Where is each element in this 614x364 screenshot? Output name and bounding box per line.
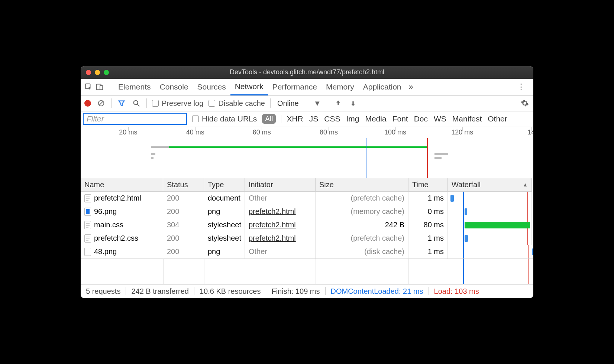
maximize-window-button[interactable] xyxy=(104,70,109,75)
record-button[interactable] xyxy=(84,100,91,107)
tab-application[interactable]: Application xyxy=(359,79,406,95)
col-name[interactable]: Name xyxy=(81,178,163,192)
filter-input[interactable]: Filter xyxy=(83,113,187,125)
filter-type-manifest[interactable]: Manifest xyxy=(452,114,482,123)
request-name[interactable]: 48.png xyxy=(81,245,163,259)
request-name[interactable]: prefetch2.css xyxy=(81,232,163,245)
preserve-log-checkbox[interactable]: Preserve log xyxy=(152,99,203,108)
image-icon xyxy=(84,208,91,216)
col-status[interactable]: Status xyxy=(163,178,204,192)
status-finish: Finish: 109 ms xyxy=(271,287,320,296)
filter-type-font[interactable]: Font xyxy=(392,114,408,123)
import-har-icon[interactable] xyxy=(333,98,343,108)
request-size: (memory cache) xyxy=(316,205,408,218)
status-requests: 5 requests xyxy=(86,287,120,296)
checkbox-icon xyxy=(152,100,159,107)
chevron-down-icon: ▼ xyxy=(314,99,321,108)
request-time: 0 ms xyxy=(408,205,448,218)
request-waterfall[interactable] xyxy=(448,245,532,259)
export-har-icon[interactable] xyxy=(348,98,358,108)
document-icon xyxy=(84,234,91,243)
request-status: 200 xyxy=(163,232,204,245)
image-icon xyxy=(84,248,91,256)
status-resources: 10.6 KB resources xyxy=(200,287,261,296)
col-time[interactable]: Time xyxy=(408,178,448,192)
overview-timeline[interactable]: 20 ms40 ms60 ms80 ms100 ms120 ms14 xyxy=(81,127,533,178)
separator xyxy=(109,82,109,92)
more-options-icon[interactable]: ⋮ xyxy=(512,82,530,92)
request-size: (prefetch cache) xyxy=(316,192,408,205)
col-waterfall-label: Waterfall xyxy=(452,181,481,189)
filter-type-all[interactable]: All xyxy=(262,114,276,124)
request-waterfall[interactable] xyxy=(448,218,532,232)
overview-tick: 60 ms xyxy=(253,129,271,136)
col-size[interactable]: Size xyxy=(316,178,408,192)
tab-performance[interactable]: Performance xyxy=(268,79,321,95)
filter-type-xhr[interactable]: XHR xyxy=(287,114,303,123)
request-type: stylesheet xyxy=(204,218,245,232)
tab-console[interactable]: Console xyxy=(155,79,193,95)
status-bar: 5 requests 242 B transferred 10.6 KB res… xyxy=(81,284,533,298)
col-waterfall[interactable]: Waterfall ▲ xyxy=(448,178,532,192)
request-status: 200 xyxy=(163,245,204,259)
throttling-value: Online xyxy=(277,99,299,108)
filter-type-img[interactable]: Img xyxy=(346,114,359,123)
request-type: png xyxy=(204,245,245,259)
tab-memory[interactable]: Memory xyxy=(321,79,359,95)
requests-table: Name Status Type Initiator Size Time Wat… xyxy=(81,178,533,259)
checkbox-icon xyxy=(209,100,215,107)
request-waterfall[interactable] xyxy=(448,205,532,218)
filter-type-js[interactable]: JS xyxy=(309,114,319,123)
disable-cache-checkbox[interactable]: Disable cache xyxy=(209,99,265,108)
request-size: (disk cache) xyxy=(316,245,408,259)
request-status: 200 xyxy=(163,205,204,218)
request-name[interactable]: prefetch2.html xyxy=(81,192,163,205)
filter-placeholder: Filter xyxy=(87,114,104,123)
preserve-log-label: Preserve log xyxy=(162,99,203,108)
status-transferred: 242 B transferred xyxy=(131,287,189,296)
filter-type-css[interactable]: CSS xyxy=(324,114,340,123)
status-domcontentloaded: DOMContentLoaded: 21 ms xyxy=(331,287,423,296)
request-waterfall[interactable] xyxy=(448,192,532,205)
request-status: 200 xyxy=(163,192,204,205)
request-type: document xyxy=(204,192,245,205)
tab-network[interactable]: Network xyxy=(230,79,268,95)
separator xyxy=(270,98,271,108)
window-title: DevTools - devtools.glitch.me/wndt77/pre… xyxy=(81,68,533,76)
separator xyxy=(146,98,147,108)
overview-tick: 20 ms xyxy=(119,129,137,136)
overview-body xyxy=(81,138,533,178)
minimize-window-button[interactable] xyxy=(95,70,100,75)
search-icon[interactable] xyxy=(132,98,141,108)
tab-sources[interactable]: Sources xyxy=(193,79,230,95)
request-initiator[interactable]: prefetch2.html xyxy=(245,218,316,232)
device-toolbar-icon[interactable] xyxy=(95,82,104,92)
close-window-button[interactable] xyxy=(86,70,91,75)
throttling-select[interactable]: Online ▼ xyxy=(276,99,323,108)
hide-data-urls-checkbox[interactable]: Hide data URLs xyxy=(192,114,257,123)
col-initiator[interactable]: Initiator xyxy=(245,178,316,192)
filter-type-other[interactable]: Other xyxy=(488,114,507,123)
inspect-element-icon[interactable] xyxy=(84,82,93,92)
checkbox-icon xyxy=(192,116,199,122)
filter-bar: Filter Hide data URLs All XHRJSCSSImgMed… xyxy=(81,111,533,127)
col-type[interactable]: Type xyxy=(204,178,245,192)
request-initiator[interactable]: prefetch2.html xyxy=(245,232,316,245)
tabs-overflow-button[interactable]: » xyxy=(408,82,413,92)
request-name[interactable]: main.css xyxy=(81,218,163,232)
tab-elements[interactable]: Elements xyxy=(114,79,155,95)
filter-icon[interactable] xyxy=(117,98,126,108)
titlebar: DevTools - devtools.glitch.me/wndt77/pre… xyxy=(81,66,533,79)
overview-tick: 40 ms xyxy=(186,129,204,136)
clear-icon[interactable] xyxy=(96,98,106,108)
filter-type-doc[interactable]: Doc xyxy=(414,114,428,123)
document-icon xyxy=(84,221,91,229)
filter-type-ws[interactable]: WS xyxy=(434,114,446,123)
filter-type-media[interactable]: Media xyxy=(365,114,386,123)
separator xyxy=(281,115,281,123)
settings-icon[interactable] xyxy=(520,98,530,108)
request-initiator[interactable]: prefetch2.html xyxy=(245,205,316,218)
request-waterfall[interactable] xyxy=(448,232,532,245)
request-initiator: Other xyxy=(245,192,316,205)
request-name[interactable]: 96.png xyxy=(81,205,163,218)
